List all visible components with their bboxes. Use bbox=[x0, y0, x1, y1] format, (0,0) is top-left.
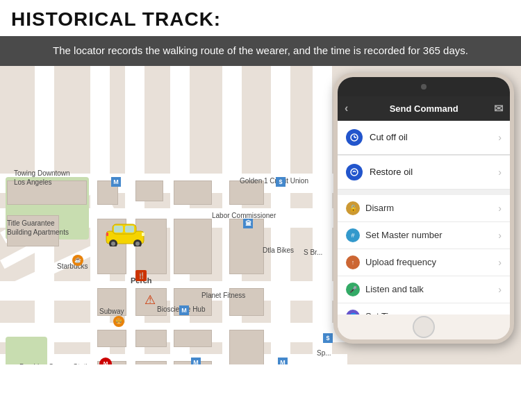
phone-content[interactable]: Cut off oil › Restore oil › 🔓 Disarm bbox=[338, 121, 510, 314]
timezone-icon: 🌐 bbox=[346, 310, 360, 314]
svg-rect-9 bbox=[106, 233, 108, 236]
header-section: HISTORICAL TRACK: bbox=[0, 0, 521, 36]
menu-item-timezone[interactable]: 🌐 Set Timezone › bbox=[338, 303, 510, 314]
message-icon: ✉ bbox=[494, 102, 503, 115]
phone-overlay: ‹ Send Command ✉ Cut off oil › bbox=[333, 73, 514, 344]
menu-item-upload-freq[interactable]: ↑ Upload frequency › bbox=[338, 249, 510, 276]
upload-freq-chevron: › bbox=[498, 257, 502, 268]
marker-hot: 🍔 bbox=[113, 316, 124, 327]
upload-freq-icon: ↑ bbox=[346, 255, 360, 269]
marker-bs7: M bbox=[278, 358, 288, 364]
back-arrow-icon[interactable]: ‹ bbox=[345, 102, 348, 115]
street-v4 bbox=[170, 66, 190, 364]
marker-bs4: 🏛 bbox=[243, 219, 253, 228]
menu-item-restore-oil[interactable]: Restore oil › bbox=[338, 156, 510, 190]
building-14 bbox=[135, 330, 167, 347]
restore-oil-chevron: › bbox=[498, 167, 502, 178]
svg-rect-3 bbox=[125, 226, 134, 233]
marker-bs2: $ bbox=[276, 177, 286, 187]
marker-perch: 🍴 bbox=[135, 270, 147, 281]
building-6 bbox=[174, 219, 212, 274]
master-number-icon: # bbox=[346, 228, 360, 242]
marker-bs6: M bbox=[191, 358, 201, 364]
street-v3 bbox=[125, 66, 144, 364]
master-number-label: Set Master number bbox=[365, 230, 498, 240]
page-title: HISTORICAL TRACK: bbox=[11, 8, 510, 31]
phone-notch-bar bbox=[338, 77, 510, 96]
menu-item-listen-talk[interactable]: 🎤 Listen and talk › bbox=[338, 276, 510, 303]
street-v7 bbox=[313, 66, 332, 364]
marker-starbucks: ☕ bbox=[72, 255, 83, 266]
menu-item-cut-off-oil[interactable]: Cut off oil › bbox=[338, 121, 510, 156]
building-7 bbox=[229, 180, 264, 205]
subtitle-text: The locator records the walking route of… bbox=[53, 44, 468, 56]
menu-item-master-number[interactable]: # Set Master number › bbox=[338, 222, 510, 249]
restore-oil-label: Restore oil bbox=[370, 167, 498, 177]
marker-bs5: M bbox=[179, 305, 189, 315]
menu-divider bbox=[338, 190, 510, 195]
master-number-chevron: › bbox=[498, 230, 502, 241]
subtitle-bar: The locator records the walking route of… bbox=[0, 36, 521, 66]
disarm-label: Disarm bbox=[365, 203, 498, 213]
phone-camera bbox=[421, 84, 427, 90]
building-4 bbox=[135, 180, 163, 201]
upload-freq-label: Upload frequency bbox=[365, 257, 498, 267]
marker-bs8: $ bbox=[323, 333, 333, 343]
phone-bottom-bar bbox=[338, 314, 510, 339]
disarm-icon: 🔓 bbox=[346, 201, 360, 215]
building-16 bbox=[135, 361, 167, 364]
building-2 bbox=[7, 215, 59, 246]
cut-off-oil-chevron: › bbox=[498, 132, 502, 143]
svg-rect-2 bbox=[114, 226, 123, 233]
building-15 bbox=[174, 330, 212, 347]
map-container: Towing DowntownLos Angeles Title Guarant… bbox=[0, 66, 521, 364]
listen-talk-icon: 🎤 bbox=[346, 283, 360, 296]
svg-point-13 bbox=[351, 169, 358, 176]
svg-point-7 bbox=[135, 242, 140, 246]
svg-rect-8 bbox=[142, 233, 144, 236]
phone-home-button[interactable] bbox=[413, 316, 435, 338]
phone-header-title: Send Command bbox=[354, 103, 494, 114]
building-13 bbox=[229, 288, 264, 316]
building-21 bbox=[97, 288, 126, 316]
building-20 bbox=[229, 330, 264, 364]
phone-header: ‹ Send Command ✉ bbox=[338, 96, 510, 121]
cut-off-oil-label: Cut off oil bbox=[370, 132, 498, 142]
listen-talk-chevron: › bbox=[498, 284, 502, 295]
menu-item-disarm[interactable]: 🔓 Disarm › bbox=[338, 195, 510, 222]
listen-talk-label: Listen and talk bbox=[365, 284, 498, 294]
car-vehicle bbox=[103, 219, 148, 249]
restore-oil-icon bbox=[346, 164, 363, 180]
cut-off-oil-icon bbox=[346, 129, 363, 146]
disarm-chevron: › bbox=[498, 203, 502, 214]
marker-bs1: M bbox=[111, 177, 121, 187]
park-area2 bbox=[6, 337, 47, 364]
street-v6 bbox=[271, 66, 290, 364]
svg-point-5 bbox=[111, 242, 115, 246]
street-v5 bbox=[222, 66, 242, 364]
building-1 bbox=[7, 180, 87, 205]
building-5 bbox=[174, 180, 212, 205]
building-22 bbox=[97, 330, 126, 347]
marker-warning: ⚠ bbox=[142, 293, 158, 307]
